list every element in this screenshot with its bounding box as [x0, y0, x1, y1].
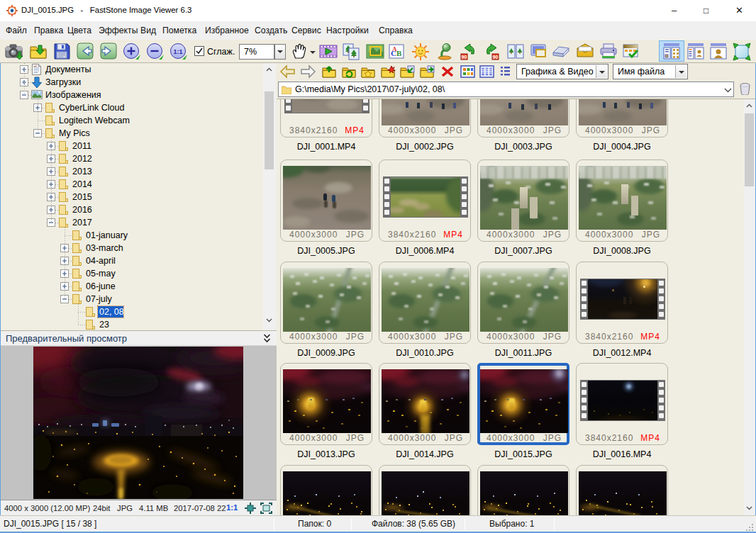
svg-text:90: 90	[462, 55, 467, 60]
svg-text:C: C	[391, 49, 396, 57]
svg-text:90: 90	[493, 55, 499, 60]
svg-text:1:1: 1:1	[173, 48, 182, 55]
svg-text:B: B	[396, 49, 402, 57]
